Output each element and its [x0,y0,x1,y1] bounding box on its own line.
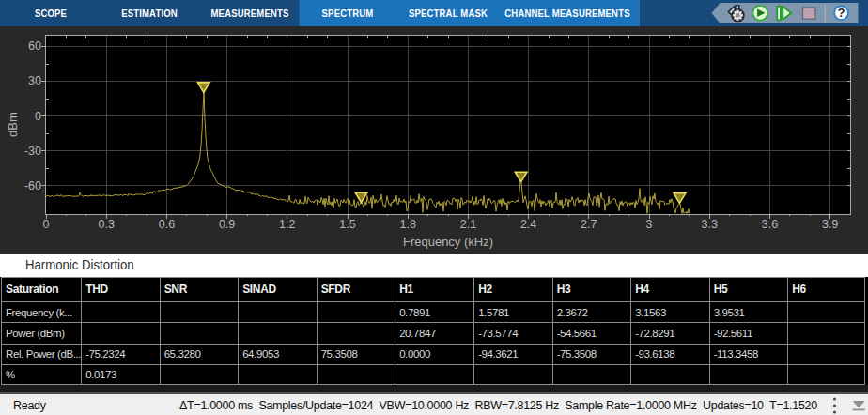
svg-text:1.5: 1.5 [339,218,355,231]
svg-text:-30: -30 [24,145,41,158]
svg-text:0.3: 0.3 [99,218,115,231]
svg-text:Frequency (kHz): Frequency (kHz) [403,235,493,249]
svg-text:60: 60 [28,39,41,53]
svg-text:3.9: 3.9 [822,218,838,231]
svg-text:0: 0 [43,218,50,231]
svg-text:-60: -60 [24,179,41,192]
svg-text:3.3: 3.3 [702,218,718,231]
svg-text:0: 0 [35,110,41,123]
svg-text:3.6: 3.6 [762,218,778,231]
svg-text:3: 3 [646,218,653,231]
svg-text:2.4: 2.4 [520,218,536,231]
svg-text:0.9: 0.9 [219,218,235,231]
svg-text:dBm: dBm [6,112,20,137]
svg-text:?: ? [838,6,845,20]
svg-text:1.2: 1.2 [279,218,295,231]
svg-text:2.7: 2.7 [581,218,597,231]
svg-text:2.1: 2.1 [460,218,476,231]
svg-text:1.8: 1.8 [400,218,416,231]
svg-text:30: 30 [28,74,41,87]
svg-text:0.6: 0.6 [159,218,175,231]
